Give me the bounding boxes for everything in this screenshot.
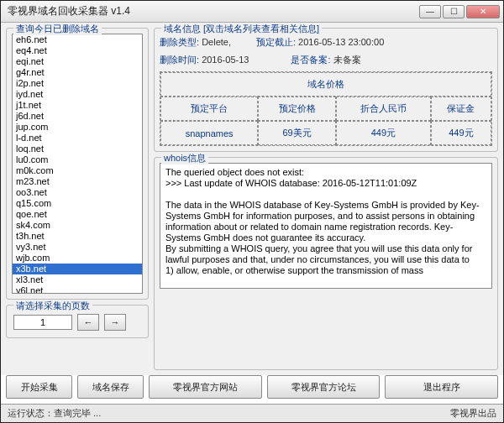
price-cell: 69美元 (258, 121, 336, 145)
list-item[interactable]: lu0.com (13, 154, 142, 165)
exit-button[interactable]: 退出程序 (385, 375, 498, 399)
domain-list-legend: 查询今日已删除域名 (13, 23, 102, 35)
right-column: 域名信息 [双击域名列表查看相关信息] 删除类型: Delete, 预定截止: … (154, 28, 498, 370)
list-item[interactable]: l-d.net (13, 133, 142, 144)
page-legend: 请选择采集的页数 (13, 300, 92, 312)
domain-info-group: 域名信息 [双击域名列表查看相关信息] 删除类型: Delete, 预定截止: … (154, 28, 498, 152)
list-item[interactable]: m23.net (13, 176, 142, 187)
list-item[interactable]: xl3.net (13, 274, 142, 285)
price-cell: 449元 (336, 121, 431, 145)
official-site-button[interactable]: 零视界官方网站 (149, 375, 262, 399)
domain-info-legend: 域名信息 [双击域名列表查看相关信息] (161, 23, 322, 35)
whois-legend: whois信息 (161, 152, 208, 164)
deadline-label: 预定截止: (256, 37, 296, 47)
official-forum-button[interactable]: 零视界官方论坛 (267, 375, 381, 399)
window-title: 零视界域名回收采集器 v1.4 (4, 4, 419, 18)
status-bar: 运行状态：查询完毕 ... 零视界出品 (1, 404, 503, 422)
status-value: 查询完毕 ... (54, 408, 101, 418)
price-cell: snapnames (160, 121, 258, 145)
beian-label: 是否备案: (291, 55, 330, 65)
price-col: 预定价格 (258, 97, 336, 121)
list-item[interactable]: qoe.net (13, 209, 142, 220)
button-row: 开始采集 域名保存 零视界官方网站 零视界官方论坛 退出程序 (1, 375, 503, 404)
price-table: 域名价格 预定平台预定价格折合人民币保证金 snapnames69美元449元4… (160, 71, 492, 146)
minimize-button[interactable]: — (419, 5, 441, 18)
del-type-label: 删除类型: (160, 37, 199, 47)
list-item[interactable]: j6d.net (13, 111, 142, 122)
del-time-value: 2016-05-13 (202, 55, 249, 65)
list-item[interactable]: t3h.net (13, 231, 142, 242)
list-item[interactable]: oo3.net (13, 187, 142, 198)
price-col: 保证金 (431, 97, 491, 121)
domain-list-group: 查询今日已删除域名 eh6.neteq4.neteqi.netg4r.neti2… (6, 28, 149, 300)
price-cell: 449元 (431, 121, 491, 145)
page-input[interactable] (13, 315, 72, 330)
app-window: 零视界域名回收采集器 v1.4 — ☐ ✕ 查询今日已删除域名 eh6.nete… (0, 0, 504, 423)
status-label: 运行状态： (8, 408, 54, 418)
price-col: 折合人民币 (336, 97, 431, 121)
list-item[interactable]: vy3.net (13, 242, 142, 253)
del-time-label: 删除时间: (160, 55, 199, 65)
list-item[interactable]: eq4.net (13, 45, 142, 56)
price-col: 预定平台 (160, 97, 258, 121)
list-item[interactable]: q15.com (13, 198, 142, 209)
list-item[interactable]: eqi.net (13, 56, 142, 67)
titlebar: 零视界域名回收采集器 v1.4 — ☐ ✕ (1, 1, 503, 23)
del-type-value: Delete, (202, 37, 231, 47)
list-item[interactable]: g4r.net (13, 67, 142, 78)
list-item[interactable]: jup.com (13, 122, 142, 133)
list-item[interactable]: eh6.net (13, 34, 142, 45)
status-brand: 零视界出品 (450, 407, 496, 420)
whois-textbox[interactable]: The queried object does not exist: >>> L… (160, 163, 492, 289)
client-area: 查询今日已删除域名 eh6.neteq4.neteqi.netg4r.neti2… (1, 23, 503, 375)
beian-value: 未备案 (333, 55, 361, 65)
price-header: 域名价格 (160, 72, 491, 97)
page-prev-button[interactable]: ← (77, 314, 99, 331)
domain-listbox[interactable]: eh6.neteq4.neteqi.netg4r.neti2p.netiyd.n… (12, 34, 143, 294)
page-next-button[interactable]: → (104, 314, 126, 331)
window-controls: — ☐ ✕ (419, 5, 500, 18)
whois-group: whois信息 The queried object does not exis… (154, 157, 498, 370)
save-domain-button[interactable]: 域名保存 (77, 375, 144, 399)
list-item[interactable]: iyd.net (13, 89, 142, 100)
list-item[interactable]: loq.net (13, 144, 142, 154)
list-item[interactable]: y6l.net (13, 285, 142, 294)
list-item[interactable]: x3b.net (13, 264, 142, 274)
list-item[interactable]: sk4.com (13, 220, 142, 231)
deadline-value: 2016-05-13 23:00:00 (298, 37, 384, 47)
close-button[interactable]: ✕ (466, 5, 500, 18)
left-column: 查询今日已删除域名 eh6.neteq4.neteqi.netg4r.neti2… (6, 28, 149, 370)
start-collect-button[interactable]: 开始采集 (6, 375, 72, 399)
page-group: 请选择采集的页数 ← → (6, 305, 149, 338)
list-item[interactable]: i2p.net (13, 78, 142, 89)
maximize-button[interactable]: ☐ (443, 5, 465, 18)
list-item[interactable]: j1t.net (13, 100, 142, 111)
list-item[interactable]: wjb.com (13, 253, 142, 264)
list-item[interactable]: m0k.com (13, 165, 142, 176)
